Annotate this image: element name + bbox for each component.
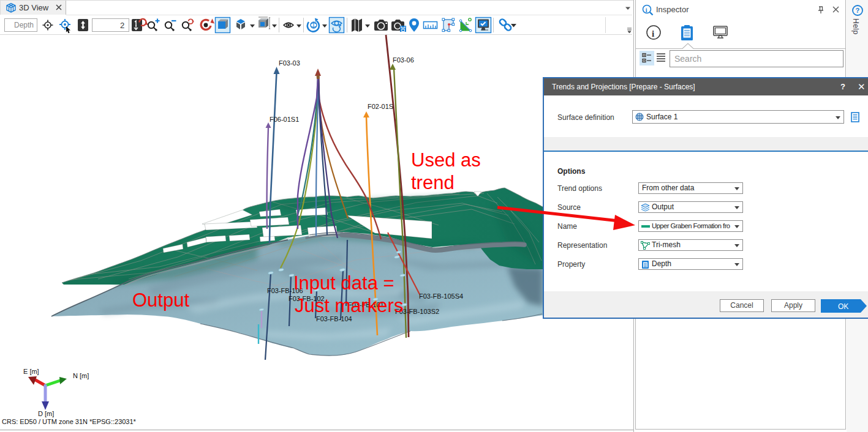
svg-text:F06-01S1: F06-01S1 bbox=[270, 116, 299, 123]
svg-text:F03-FB-106: F03-FB-106 bbox=[267, 287, 303, 294]
svg-text:F03-FB-104: F03-FB-104 bbox=[316, 315, 352, 322]
svg-text:F03-FB-103S2: F03-FB-103S2 bbox=[395, 308, 439, 315]
svg-text:i: i bbox=[652, 29, 654, 39]
svg-text:?: ? bbox=[856, 7, 860, 14]
svg-text:CRS: ED50 / UTM zone 31N *EPSG: CRS: ED50 / UTM zone 31N *EPSG::23031* bbox=[2, 418, 137, 425]
svg-text:D [m]: D [m] bbox=[38, 410, 54, 417]
svg-text:i: i bbox=[646, 7, 647, 13]
svg-text:F03-03: F03-03 bbox=[279, 59, 300, 67]
svg-text:2: 2 bbox=[120, 21, 124, 30]
svg-text:E [m]: E [m] bbox=[23, 368, 39, 375]
svg-text:Depth: Depth bbox=[14, 21, 34, 29]
svg-text:Inspector: Inspector bbox=[656, 5, 689, 14]
svg-text:OK: OK bbox=[838, 302, 848, 311]
svg-text:F03-FB-101: F03-FB-101 bbox=[348, 301, 384, 308]
svg-text:F03-06: F03-06 bbox=[393, 56, 414, 64]
svg-text:F03-FB-102: F03-FB-102 bbox=[289, 295, 325, 302]
svg-text:F03-FB-105S4: F03-FB-105S4 bbox=[419, 292, 463, 300]
svg-text:F02-01S: F02-01S bbox=[368, 103, 393, 110]
svg-text:N [m]: N [m] bbox=[73, 372, 89, 379]
